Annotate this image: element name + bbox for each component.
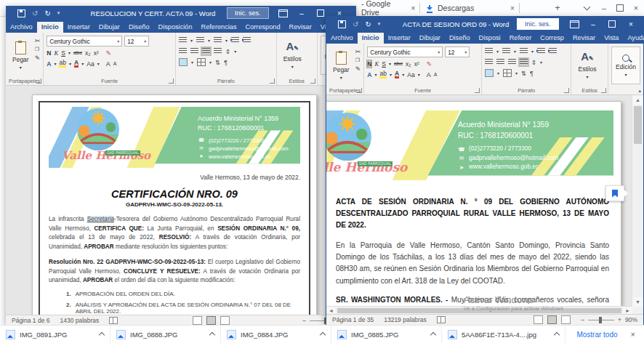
chevron-up-icon[interactable] <box>554 332 560 338</box>
font-color-button[interactable]: A <box>74 60 79 68</box>
font-size-combo[interactable]: 12▾ <box>445 47 470 57</box>
zoom-slider-thumb[interactable] <box>599 317 602 323</box>
phonetic-guide-icon[interactable]: ✎ <box>106 49 111 57</box>
print-layout-icon[interactable] <box>206 316 216 325</box>
dialog-launcher-icon[interactable] <box>601 88 606 93</box>
tab-archivo[interactable]: Archivo <box>326 33 358 44</box>
vertical-scrollbar[interactable]: ▲ ▼ <box>632 95 643 307</box>
editing-button[interactable]: Edición▾ <box>611 47 640 84</box>
collapse-ribbon-icon[interactable]: ▴ <box>638 88 641 94</box>
bold-button[interactable]: N <box>367 60 371 68</box>
font-size-combo[interactable]: 12▾ <box>124 36 149 47</box>
tab-inicio[interactable]: Inicio <box>358 33 384 44</box>
tab-insertar[interactable]: Insertar <box>63 22 94 33</box>
tab-disposicion[interactable]: Disposi <box>475 33 505 44</box>
styles-button[interactable]: A✎ Estilos▾ <box>280 36 305 75</box>
redo-icon[interactable]: ↻ <box>365 20 371 28</box>
close-downloads-bar-icon[interactable]: × <box>628 330 644 339</box>
maximize-button[interactable] <box>603 17 621 31</box>
resume-reading-bookmark[interactable] <box>605 185 624 201</box>
font-name-combo[interactable]: Century Gothic▾ <box>47 36 122 47</box>
minimize-button[interactable]: – <box>584 17 603 31</box>
superscript-button[interactable]: x² <box>414 60 419 68</box>
shading-button[interactable] <box>485 69 494 77</box>
customize-qat-icon[interactable]: ▾ <box>57 10 60 16</box>
tab-correspondencia[interactable]: Corresp <box>536 33 568 44</box>
shading-button[interactable] <box>179 58 188 66</box>
read-mode-icon[interactable] <box>193 316 202 325</box>
numbering-button[interactable] <box>502 48 510 55</box>
tab-dibujar[interactable]: Dibujar <box>94 22 124 33</box>
cut-icon[interactable]: ✂ <box>35 37 41 44</box>
chevron-up-icon[interactable] <box>320 332 326 338</box>
acta-page[interactable]: Valle Hermoso GAD PARROQUIAL Acuerdo Min… <box>326 101 621 315</box>
sign-in-button[interactable]: Inic. ses. <box>227 7 269 19</box>
align-center-button[interactable] <box>496 59 504 65</box>
tab-correspondencia[interactable]: Correspond <box>241 22 285 33</box>
bullets-button[interactable] <box>179 37 187 44</box>
proofing-icon[interactable] <box>109 317 118 324</box>
dialog-launcher-icon[interactable] <box>564 88 569 93</box>
tab-referencias[interactable]: Referencias <box>197 22 241 33</box>
change-case-button[interactable]: Aa <box>407 71 415 78</box>
multilevel-list-button[interactable] <box>520 48 528 55</box>
tab-referencias[interactable]: Referer <box>505 33 536 44</box>
dialog-launcher-icon[interactable] <box>36 78 41 84</box>
browser-close-button[interactable]: × <box>627 0 644 16</box>
save-icon[interactable] <box>338 20 346 28</box>
sort-button[interactable]: ⇅ <box>521 70 526 77</box>
highlight-color-button[interactable]: ab <box>59 60 66 68</box>
strikethrough-button[interactable]: abc <box>73 49 82 56</box>
strikethrough-button[interactable]: abc <box>394 60 403 67</box>
zoom-slider[interactable] <box>588 320 614 320</box>
certificate-page[interactable]: Valle Hermoso GAD PARROQUIAL Acuerdo Min… <box>32 94 317 315</box>
text-effects-button[interactable]: A <box>47 60 51 68</box>
show-marks-button[interactable]: ¶ <box>224 59 228 66</box>
zoom-out-icon[interactable]: – <box>581 316 584 323</box>
tab-close-icon[interactable]: × <box>507 4 518 12</box>
undo-icon[interactable]: ↺ <box>32 9 38 17</box>
dialog-launcher-icon[interactable] <box>270 78 275 84</box>
tab-insertar[interactable]: Insertar <box>384 33 415 44</box>
tab-archivo[interactable]: Archivo <box>6 22 37 33</box>
grow-font-button[interactable]: A <box>106 60 110 68</box>
web-layout-icon[interactable] <box>220 316 230 325</box>
page-indicator[interactable]: Página 1 de 35 <box>332 316 374 323</box>
minimize-button[interactable]: – <box>292 6 311 20</box>
sign-in-button[interactable]: Inic. ses. <box>517 18 559 30</box>
line-spacing-button[interactable]: ⇕ <box>225 48 230 55</box>
chevron-up-icon[interactable] <box>430 332 436 338</box>
multilevel-list-button[interactable] <box>214 37 222 44</box>
shrink-font-button[interactable]: A <box>113 61 117 66</box>
increase-indent-button[interactable] <box>549 48 557 55</box>
tab-close-icon[interactable]: × <box>408 4 418 12</box>
tab-vista[interactable]: Vista <box>600 33 623 44</box>
tab-revisar[interactable]: Revisar <box>285 22 316 33</box>
word-window-acta[interactable]: ↺ ↻ ▾ ACTA DE SESION ORD 09 - Word Inic.… <box>326 16 644 326</box>
tab-revisar[interactable]: Revisar <box>568 33 600 44</box>
word-window-resolucion[interactable]: ↺ ↻ ▾ RESOLUCION Y CERT. ACTA 09 - Word … <box>6 6 356 326</box>
line-spacing-button[interactable]: ⇕ <box>531 59 536 66</box>
word-count[interactable]: 1430 palabras <box>60 317 99 324</box>
subscript-button[interactable]: x₂ <box>406 60 411 68</box>
chevron-up-icon[interactable] <box>99 332 105 338</box>
tab-ayuda[interactable]: Ayuda <box>623 33 644 44</box>
download-item[interactable]: IMG_0885.JPG <box>331 326 442 343</box>
justify-button[interactable] <box>214 48 222 55</box>
align-right-button[interactable] <box>508 59 516 65</box>
title-bar[interactable]: ↺ ↻ ▾ ACTA DE SESION ORD 09 - Word Inic.… <box>326 17 643 31</box>
show-all-downloads-link[interactable]: Mostrar todo <box>566 331 627 339</box>
download-item[interactable]: 5AA86F1E-713A-4....jpg <box>442 326 565 343</box>
shrink-font-button[interactable]: A <box>434 72 438 77</box>
highlight-color-button[interactable]: ab <box>379 70 387 78</box>
superscript-button[interactable]: x² <box>94 49 99 57</box>
font-color-button[interactable]: A <box>395 70 399 78</box>
styles-button[interactable]: A✎ Estilos▾ <box>574 47 600 84</box>
align-center-button[interactable] <box>190 48 198 55</box>
copy-icon[interactable]: ❐ <box>35 47 41 52</box>
title-bar[interactable]: ↺ ↻ ▾ RESOLUCION Y CERT. ACTA 09 - Word … <box>6 6 356 20</box>
change-case-button[interactable]: Aa <box>86 60 94 68</box>
read-mode-icon[interactable] <box>534 315 543 324</box>
scroll-down-icon[interactable]: ▼ <box>632 297 643 307</box>
bullets-button[interactable] <box>485 48 493 55</box>
